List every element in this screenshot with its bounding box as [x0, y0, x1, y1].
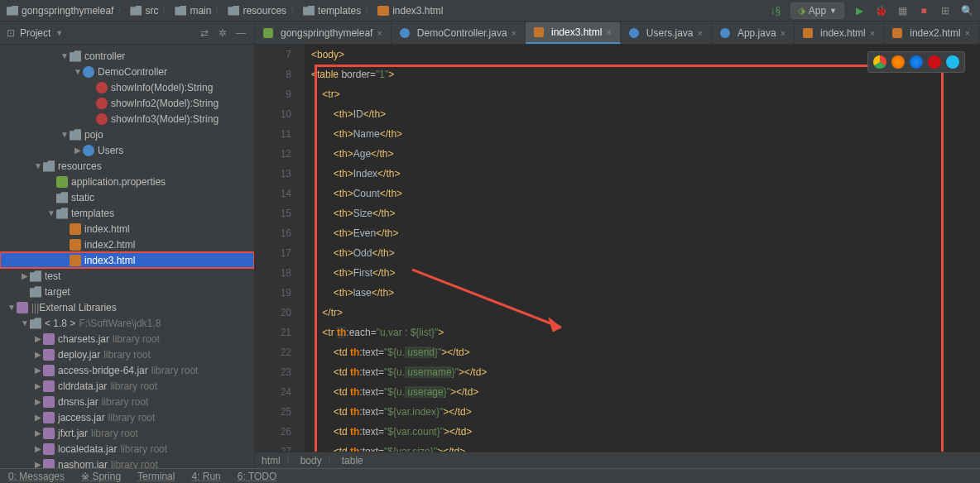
close-icon[interactable]: × [965, 28, 970, 38]
tree-node[interactable]: ▶Users [0, 142, 254, 158]
tree-node[interactable]: ▼DemoController [0, 64, 254, 79]
tree-node[interactable]: ▼pojo [0, 127, 254, 142]
tree-node[interactable]: index2.html [0, 237, 254, 252]
editor-tab[interactable]: gongspringthymeleaf× [255, 22, 392, 44]
top-nav: gongspringthymeleaf〉src〉main〉resources〉t… [0, 0, 980, 22]
close-icon[interactable]: × [512, 28, 516, 38]
tree-node[interactable]: ▶localedata.jar library root [0, 441, 254, 457]
status-tab[interactable]: ※ Spring [73, 471, 129, 482]
breadcrumb-item[interactable]: gongspringthymeleaf [7, 5, 113, 17]
build-icon[interactable]: ↓§ [769, 4, 782, 17]
tree-node[interactable]: ▶jaccess.jar library root [0, 409, 254, 425]
editor-tab[interactable]: DemoController.java× [392, 22, 526, 44]
tree-node[interactable]: ▼resources [0, 158, 254, 174]
tree-node[interactable]: target [0, 284, 254, 299]
tree-node[interactable]: showInfo2(Model):String [0, 95, 254, 111]
tree-node[interactable]: ▶jfxrt.jar library root [0, 425, 254, 441]
browser-preview-bar [867, 51, 965, 73]
search-icon[interactable]: 🔍 [960, 4, 973, 17]
close-icon[interactable]: × [377, 28, 382, 38]
close-icon[interactable]: × [698, 28, 703, 38]
editor-tab[interactable]: Users.java× [621, 22, 712, 44]
breadcrumb-item[interactable]: templates [303, 5, 361, 17]
code[interactable]: <body><table border="1"> <tr> <th>ID</th… [305, 45, 980, 452]
gear-icon[interactable]: ✲ [216, 26, 229, 40]
firefox-icon[interactable] [891, 55, 905, 69]
close-icon[interactable]: × [781, 28, 785, 38]
sidebar-header: ⊡ Project ▼ ⇄ ✲ — [0, 22, 254, 45]
tree-node[interactable]: ▶access-bridge-64.jar library root [0, 362, 254, 378]
editor-tab[interactable]: index.html× [795, 22, 884, 44]
layout-button[interactable]: ⊞ [939, 4, 952, 17]
tree-node[interactable]: index3.html [0, 252, 254, 268]
close-icon[interactable]: × [606, 27, 611, 37]
structure-crumb[interactable]: table [342, 455, 363, 466]
tree-node[interactable]: static [0, 189, 254, 205]
toolbar-right: ↓§ ⬗ App ▼ ▶ 🐞 ▦ ■ ⊞ 🔍 [769, 2, 973, 19]
status-tab[interactable]: 0: Messages [0, 471, 73, 482]
editor-area: gongspringthymeleaf×DemoController.java×… [255, 22, 980, 468]
status-tab[interactable]: Terminal [129, 471, 183, 482]
opera-icon[interactable] [928, 55, 941, 69]
project-tree[interactable]: ▼controller▼DemoControllershowInfo(Model… [0, 45, 254, 468]
close-icon[interactable]: × [870, 28, 875, 38]
project-sidebar: ⊡ Project ▼ ⇄ ✲ — ▼controller▼DemoContro… [0, 22, 255, 468]
tree-node[interactable]: ▼templates [0, 205, 254, 221]
breadcrumbs: gongspringthymeleaf〉src〉main〉resources〉t… [7, 3, 444, 17]
chrome-icon[interactable] [873, 55, 886, 69]
structure-crumb[interactable]: body [300, 455, 322, 466]
tree-node[interactable]: index.html [0, 221, 254, 237]
breadcrumb-item[interactable]: resources [228, 5, 286, 17]
tree-node[interactable]: showInfo(Model):String [0, 79, 254, 95]
status-bar: 0: Messages※ SpringTerminal4: Run6: TODO [0, 468, 980, 483]
gutter: 789101112131415161718192021222324252627 [255, 45, 305, 452]
breadcrumb-item[interactable]: src [130, 5, 158, 17]
hide-icon[interactable]: — [234, 26, 247, 40]
tree-node[interactable]: ▶test [0, 268, 254, 284]
coverage-button[interactable]: ▦ [896, 4, 909, 17]
breadcrumb-item[interactable]: main [175, 5, 211, 17]
editor-tab[interactable]: App.java× [712, 22, 795, 44]
sidebar-title[interactable]: ⊡ Project ▼ [7, 27, 63, 39]
structure-crumb[interactable]: html [262, 455, 281, 466]
tree-node[interactable]: ▶cldrdata.jar library root [0, 378, 254, 394]
structure-breadcrumb: html〉body〉table [255, 452, 980, 468]
editor-tab[interactable]: index2.html× [884, 22, 979, 44]
stop-button[interactable]: ■ [917, 4, 930, 17]
tree-node[interactable]: ▶nashorn.jar library root [0, 457, 254, 468]
run-button[interactable]: ▶ [853, 4, 866, 17]
ie-icon[interactable] [946, 55, 959, 69]
tree-node[interactable]: ▼||| External Libraries [0, 299, 254, 315]
editor-tab[interactable]: index3.html× [526, 22, 621, 44]
tree-node[interactable]: ▶charsets.jar library root [0, 331, 254, 347]
tree-node[interactable]: ▼controller [0, 48, 254, 64]
tree-node[interactable]: application.properties [0, 174, 254, 189]
status-tab[interactable]: 4: Run [183, 471, 228, 482]
breadcrumb-item[interactable]: index3.html [377, 5, 443, 17]
tree-node[interactable]: showInfo3(Model):String [0, 111, 254, 127]
run-config-dropdown[interactable]: ⬗ App ▼ [790, 2, 844, 19]
editor-tabs: gongspringthymeleaf×DemoController.java×… [255, 22, 980, 45]
code-editor[interactable]: 789101112131415161718192021222324252627 … [255, 45, 980, 452]
tree-node[interactable]: ▼< 1.8 > F:\SoftWare\jdk1.8 [0, 315, 254, 331]
status-tab[interactable]: 6: TODO [229, 471, 286, 482]
safari-icon[interactable] [910, 55, 923, 69]
tree-node[interactable]: ▶dnsns.jar library root [0, 394, 254, 409]
collapse-icon[interactable]: ⇄ [198, 26, 211, 40]
tree-node[interactable]: ▶deploy.jar library root [0, 347, 254, 362]
debug-button[interactable]: 🐞 [874, 4, 887, 17]
